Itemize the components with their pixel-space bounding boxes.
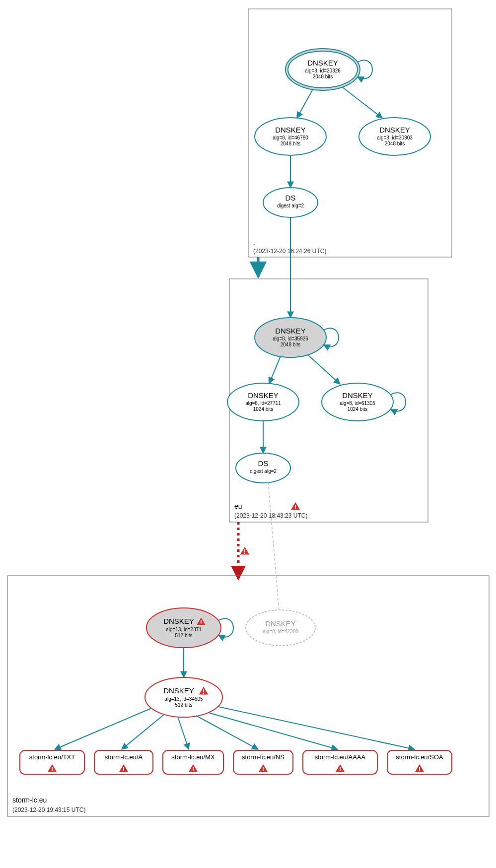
svg-text:DS: DS <box>285 194 296 202</box>
svg-text:DNSKEY: DNSKEY <box>248 391 279 400</box>
svg-text:alg=8, id=20326: alg=8, id=20326 <box>305 68 341 73</box>
rrset-soa: storm-lc.eu/SOA <box>387 750 452 774</box>
svg-text:2048 bits: 2048 bits <box>313 74 333 79</box>
zone-label-root: . <box>253 238 255 246</box>
svg-text:DNSKEY: DNSKEY <box>265 619 296 628</box>
edge-zsk-rr0 <box>55 708 151 749</box>
svg-text:2048 bits: 2048 bits <box>385 141 405 146</box>
svg-text:digest alg=2: digest alg=2 <box>250 468 277 474</box>
svg-text:2048 bits: 2048 bits <box>281 342 301 347</box>
edge-euksk-zsk1 <box>269 356 281 384</box>
dnssec-graph: ! . (2023-12-20 16:24:26 UTC) DNSKEY alg… <box>0 0 496 868</box>
node-eu-ds: DS digest alg=2 <box>236 453 290 483</box>
node-root-zsk2: DNSKEY alg=8, id=30903 2048 bits <box>359 118 430 155</box>
node-root-ksk: DNSKEY alg=8, id=20326 2048 bits <box>285 49 360 90</box>
svg-text:alg=8, id=35926: alg=8, id=35926 <box>273 336 308 341</box>
svg-text:alg=8, id=30903: alg=8, id=30903 <box>377 135 413 140</box>
svg-text:alg=13, id=2371: alg=13, id=2371 <box>166 627 202 632</box>
node-root-zsk1: DNSKEY alg=8, id=46780 2048 bits <box>255 118 326 155</box>
svg-point-14 <box>263 188 318 217</box>
svg-text:DNSKEY: DNSKEY <box>275 126 306 134</box>
svg-text:DNSKEY: DNSKEY <box>342 391 373 400</box>
svg-text:digest alg=2: digest alg=2 <box>277 203 304 208</box>
zone-ts-storm: (2023-12-20 19:43:15 UTC) <box>12 806 85 813</box>
svg-text:alg=13, id=34505: alg=13, id=34505 <box>164 696 203 702</box>
svg-text:1024 bits: 1024 bits <box>253 406 274 412</box>
rrset-a: storm-lc.eu/A <box>94 750 153 774</box>
svg-text:2048 bits: 2048 bits <box>281 141 301 146</box>
svg-text:alg=8, id=61305: alg=8, id=61305 <box>340 401 375 406</box>
zone-ts-root: (2023-12-20 16:24:26 UTC) <box>253 248 326 255</box>
svg-text:512 bits: 512 bits <box>175 633 192 638</box>
node-eu-ksk: DNSKEY alg=8, id=35926 2048 bits <box>255 318 326 357</box>
rrset-ns: storm-lc.eu/NS <box>233 750 293 774</box>
node-eu-zsk1: DNSKEY alg=8, id=27711 1024 bits <box>227 383 299 421</box>
rrset-txt: storm-lc.eu/TXT <box>20 750 84 774</box>
node-eu-zsk2: DNSKEY alg=8, id=61305 1024 bits <box>322 383 393 421</box>
zone-label-eu: eu <box>234 502 242 510</box>
warning-icon-eu-zone <box>290 502 300 511</box>
edge-zsk-rr1 <box>122 715 164 749</box>
svg-text:DNSKEY: DNSKEY <box>163 686 194 695</box>
zone-label-storm: storm-lc.eu <box>12 796 47 804</box>
svg-text:storm-lc.eu/A: storm-lc.eu/A <box>105 753 143 761</box>
edge-zsk-rr2 <box>178 717 189 749</box>
warning-icon-delegation <box>240 546 250 555</box>
edge-euksk-zsk2 <box>308 355 340 384</box>
svg-point-29 <box>236 453 290 483</box>
edge-zsk-rr3 <box>196 716 258 749</box>
svg-text:storm-lc.eu/NS: storm-lc.eu/NS <box>242 753 284 761</box>
svg-text:storm-lc.eu/AAAA: storm-lc.eu/AAAA <box>315 753 366 761</box>
svg-text:alg=8, id=27711: alg=8, id=27711 <box>245 401 281 406</box>
svg-point-36 <box>246 610 315 646</box>
svg-text:1024 bits: 1024 bits <box>348 406 368 412</box>
node-root-ds: DS digest alg=2 <box>263 188 318 217</box>
rrset-mx: storm-lc.eu/MX <box>163 750 223 774</box>
svg-text:alg=8, id=46780: alg=8, id=46780 <box>273 135 308 140</box>
edge-euds-missing <box>268 482 279 610</box>
svg-text:storm-lc.eu/SOA: storm-lc.eu/SOA <box>396 753 443 761</box>
zone-box-storm <box>7 576 489 816</box>
svg-text:DNSKEY: DNSKEY <box>307 59 338 67</box>
svg-text:storm-lc.eu/MX: storm-lc.eu/MX <box>171 753 215 761</box>
svg-text:DNSKEY: DNSKEY <box>379 126 410 134</box>
node-storm-ksk: DNSKEY alg=13, id=2371 512 bits <box>146 608 221 648</box>
node-storm-zsk: DNSKEY alg=13, id=34505 512 bits <box>145 677 222 717</box>
svg-text:storm-lc.eu/TXT: storm-lc.eu/TXT <box>29 753 75 761</box>
svg-text:alg=8, id=42380: alg=8, id=42380 <box>263 629 298 634</box>
rrset-aaaa: storm-lc.eu/AAAA <box>303 750 377 774</box>
svg-text:DNSKEY: DNSKEY <box>163 617 194 625</box>
edge-rootksk-zsk2 <box>343 87 382 118</box>
edge-rootksk-zsk1 <box>297 89 313 118</box>
svg-text:DNSKEY: DNSKEY <box>275 327 306 335</box>
svg-text:512 bits: 512 bits <box>175 702 192 708</box>
node-storm-missing: DNSKEY alg=8, id=42380 <box>246 610 315 646</box>
svg-text:DS: DS <box>258 459 269 467</box>
